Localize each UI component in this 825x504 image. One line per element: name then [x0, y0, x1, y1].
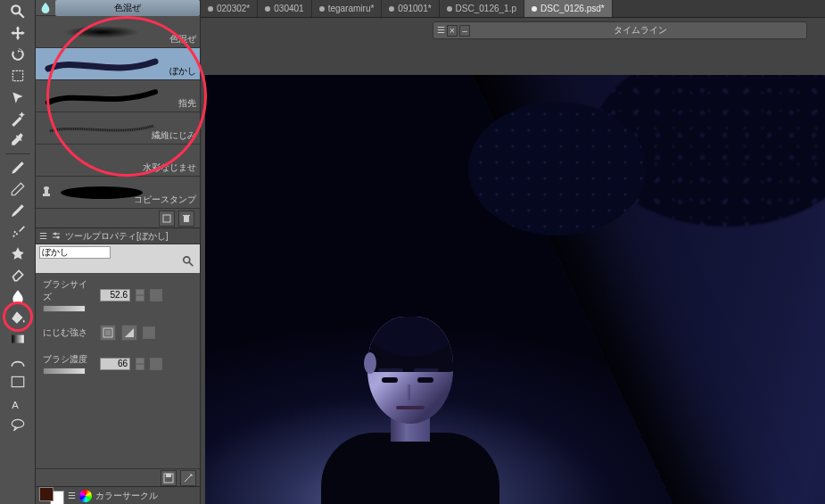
brush-density-value[interactable]: 66 [100, 358, 130, 370]
brush-tool-icon[interactable] [5, 201, 30, 220]
brush-density-label: ブラシ濃度 [43, 353, 95, 366]
svg-rect-7 [12, 376, 24, 386]
tab-020302[interactable]: 020302* [201, 0, 258, 17]
close-icon[interactable]: × [447, 25, 458, 37]
svg-point-19 [184, 257, 190, 263]
svg-point-17 [54, 232, 57, 235]
tool-property-footer [36, 468, 200, 486]
svg-point-5 [13, 231, 15, 233]
svg-point-9 [12, 419, 24, 427]
svg-rect-6 [12, 335, 24, 343]
zoom-tool-icon[interactable] [5, 2, 30, 21]
lasso-tool-icon[interactable] [5, 87, 30, 107]
brush-label: 色混ぜ [169, 33, 196, 45]
tool-property-header[interactable]: ☰ ツールプロパティ[ぼかし] [36, 228, 200, 244]
blur-strength-label: にじむ強さ [43, 326, 95, 339]
settings-button[interactable] [180, 470, 196, 486]
droplet-icon [39, 1, 52, 15]
eyedropper-tool-icon[interactable] [5, 130, 30, 150]
svg-point-4 [15, 233, 17, 235]
tool-property-name-input[interactable] [39, 246, 111, 259]
blend-tab[interactable]: 色混ぜ [55, 0, 200, 16]
brush-list-footer [36, 209, 200, 228]
brush-size-label: ブラシサイズ [43, 278, 95, 303]
tool-property-name-row [36, 244, 200, 273]
brush-label: ぼかし [169, 65, 196, 78]
svg-rect-2 [12, 70, 22, 80]
wand-tool-icon[interactable] [5, 109, 30, 128]
menu-icon[interactable]: ☰ [68, 491, 76, 500]
document-tabs: 020302* 030401 tegaramiru* 091001* DSC_0… [201, 0, 825, 18]
canvas[interactable] [205, 75, 825, 504]
blur-option-1-icon[interactable] [100, 325, 116, 341]
svg-rect-22 [105, 330, 111, 335]
brush-blur[interactable]: ぼかし [36, 48, 200, 80]
brush-finger[interactable]: 指先 [36, 80, 200, 112]
timeline-panel-header[interactable]: ☰ × – タイムライン [433, 21, 807, 39]
brush-fiber-bleed[interactable]: 繊維にじみ [36, 112, 200, 145]
pencil-tool-icon[interactable] [5, 179, 30, 199]
brush-density-slider[interactable] [43, 368, 86, 375]
svg-line-20 [189, 262, 193, 266]
blur-option-2-icon[interactable] [121, 325, 137, 341]
svg-point-13 [61, 186, 143, 199]
blur-strength-row: にじむ強さ [43, 325, 193, 341]
color-panel-header: ☰ カラーサークル [36, 486, 200, 504]
brush-size-row: ブラシサイズ 52.6 [43, 278, 193, 312]
eraser-tool-icon[interactable] [5, 265, 30, 285]
color-panel-title: カラーサークル [95, 490, 158, 502]
brush-label: コピースタンプ [134, 194, 196, 206]
tab-030401[interactable]: 030401 [258, 0, 311, 17]
svg-point-12 [44, 186, 49, 190]
brush-color-blend[interactable]: 色混ぜ [36, 16, 200, 48]
rotate-tool-icon[interactable] [5, 45, 30, 64]
figure-tool-icon[interactable] [5, 351, 30, 370]
search-icon[interactable] [182, 255, 194, 269]
gradient-tool-icon[interactable] [5, 329, 30, 349]
svg-point-18 [57, 235, 60, 238]
tab-dsc0126-psd[interactable]: DSC_0126.psd* [524, 0, 613, 17]
save-preset-button[interactable] [161, 470, 177, 486]
fill-tool-icon[interactable] [5, 308, 30, 327]
brush-label: 繊維にじみ [152, 129, 196, 142]
brush-label: 水彩なじませ [143, 161, 196, 174]
text-tool-icon[interactable]: A [5, 393, 30, 413]
blend-tool-icon[interactable] [5, 286, 30, 306]
decoration-tool-icon[interactable] [5, 244, 30, 263]
blur-strength-link-icon[interactable] [143, 326, 155, 339]
brush-watercolor-blend[interactable]: 水彩なじませ [36, 145, 200, 177]
brush-size-slider[interactable] [43, 305, 86, 312]
tab-dsc0126-1[interactable]: DSC_0126_1.p [440, 0, 524, 17]
tab-091001[interactable]: 091001* [382, 0, 439, 17]
menu-icon[interactable]: ☰ [437, 25, 445, 37]
minimize-icon[interactable]: – [459, 25, 470, 37]
select-tool-icon[interactable] [5, 66, 30, 86]
brush-size-stepper[interactable] [136, 289, 144, 302]
pen-tool-icon[interactable] [5, 158, 30, 178]
move-tool-icon[interactable] [5, 23, 30, 43]
airbrush-tool-icon[interactable] [5, 222, 30, 242]
brush-density-stepper[interactable] [136, 358, 144, 370]
balloon-tool-icon[interactable] [5, 415, 30, 434]
main-toolbar: A [0, 0, 36, 504]
svg-text:A: A [12, 400, 19, 410]
brush-density-link-icon[interactable] [150, 358, 162, 370]
svg-rect-10 [43, 194, 50, 196]
brush-size-value[interactable]: 52.6 [100, 289, 130, 302]
subtool-header: 色混ぜ [36, 0, 200, 16]
delete-brush-button[interactable] [178, 211, 194, 227]
main-area: 020302* 030401 tegaramiru* 091001* DSC_0… [201, 0, 825, 504]
brush-size-link-icon[interactable] [150, 289, 162, 302]
frame-tool-icon[interactable] [5, 372, 30, 392]
color-wheel-icon [79, 490, 92, 502]
canvas-image [205, 75, 825, 504]
svg-point-3 [12, 235, 14, 236]
stamp-icon [39, 185, 54, 201]
tool-property-body: ブラシサイズ 52.6 にじむ強さ ブラシ濃度 66 [36, 273, 200, 380]
menu-icon[interactable]: ☰ [39, 231, 47, 241]
brush-density-row: ブラシ濃度 66 [43, 353, 193, 375]
color-swatches[interactable] [39, 487, 64, 505]
tab-tegaramiru[interactable]: tegaramiru* [312, 0, 383, 17]
new-brush-button[interactable] [159, 211, 175, 227]
brush-copy-stamp[interactable]: コピースタンプ [36, 177, 200, 209]
